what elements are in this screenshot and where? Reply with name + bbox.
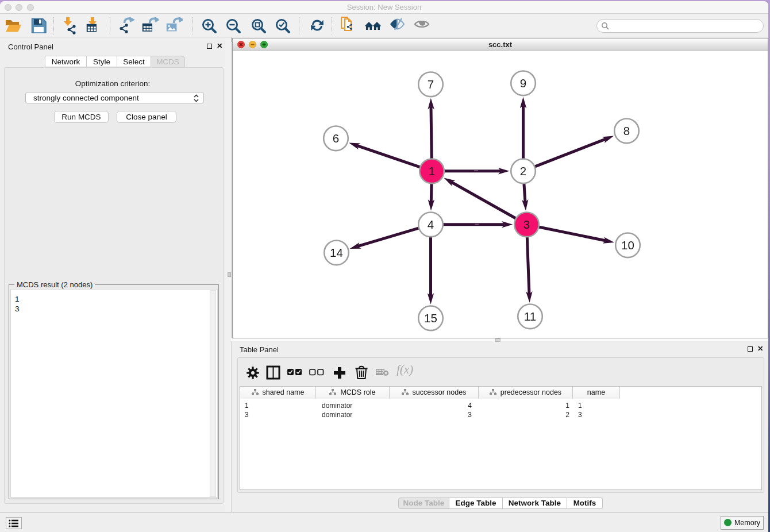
svg-text:3: 3 bbox=[523, 218, 530, 231]
svg-text:4: 4 bbox=[428, 218, 434, 231]
svg-text:6: 6 bbox=[333, 132, 339, 145]
svg-text:14: 14 bbox=[330, 246, 343, 259]
svg-text:8: 8 bbox=[623, 124, 630, 137]
svg-text:9: 9 bbox=[520, 76, 526, 90]
svg-text:7: 7 bbox=[428, 78, 434, 91]
svg-text:11: 11 bbox=[524, 310, 536, 323]
svg-text:1: 1 bbox=[429, 164, 435, 178]
svg-text:10: 10 bbox=[621, 238, 634, 252]
svg-text:2: 2 bbox=[520, 164, 526, 178]
svg-text:15: 15 bbox=[424, 311, 437, 325]
